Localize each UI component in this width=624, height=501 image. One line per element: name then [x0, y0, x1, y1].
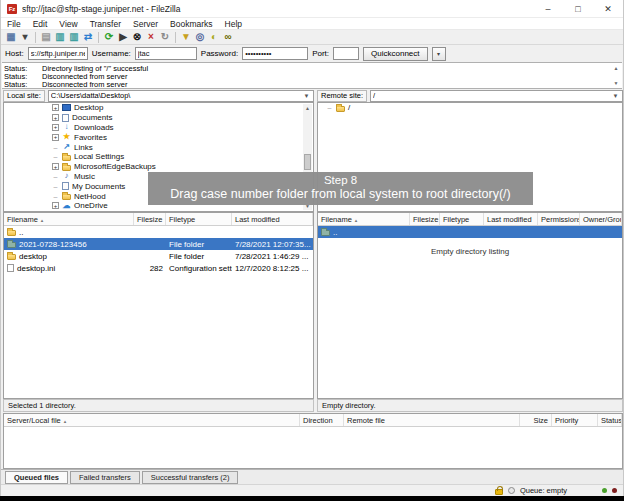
- tree-item-documents[interactable]: Documents: [4, 113, 313, 123]
- toggle-queue-icon[interactable]: ⇄: [81, 31, 95, 44]
- expand-icon[interactable]: [52, 124, 59, 131]
- username-input[interactable]: [135, 47, 197, 60]
- file-row[interactable]: ..: [4, 226, 313, 238]
- tab-successful-transfers-2[interactable]: Successful transfers (2): [142, 471, 239, 484]
- menu-item-view[interactable]: View: [53, 19, 83, 29]
- local-file-list-header: FilenameFilesizeFiletypeLast modified: [4, 213, 313, 226]
- compare-icon[interactable]: ◎: [193, 31, 207, 44]
- tree-item-favorites[interactable]: Favorites: [4, 132, 313, 142]
- tab-queued-files[interactable]: Queued files: [5, 471, 68, 484]
- reconnect-icon[interactable]: ↻: [158, 31, 172, 44]
- menu-item-bookmarks[interactable]: Bookmarks: [164, 19, 219, 29]
- file-name: 2021-0728-123456: [19, 240, 87, 249]
- quickconnect-dropdown-icon[interactable]: ▾: [432, 47, 446, 61]
- column-header-remote-file[interactable]: Remote file: [344, 414, 520, 426]
- column-header-owner-group[interactable]: Owner/Group: [580, 213, 622, 225]
- close-button[interactable]: ✕: [593, 0, 623, 18]
- column-header-size[interactable]: Size: [520, 414, 552, 426]
- folder-icon: [62, 165, 71, 171]
- find-icon[interactable]: ∞: [221, 31, 235, 44]
- scroll-up-icon[interactable]: ▲: [303, 104, 312, 112]
- column-header-filesize[interactable]: Filesize: [410, 213, 440, 225]
- filezilla-icon: Fz: [7, 4, 17, 14]
- disconnect-icon[interactable]: ×: [144, 31, 158, 44]
- tree-item-desktop[interactable]: Desktop: [4, 103, 313, 113]
- tree-item-links[interactable]: Links: [4, 142, 313, 152]
- tree-item-label: Music: [74, 172, 95, 181]
- toggle-remote-tree-icon[interactable]: ▥: [67, 31, 81, 44]
- local-site-combobox[interactable]: C:\Users\datta\Desktop\ ▼: [48, 90, 314, 102]
- tree-guide-icon: [52, 193, 59, 200]
- tree-item-local-settings[interactable]: Local Settings: [4, 152, 313, 162]
- expand-icon[interactable]: [52, 134, 59, 141]
- folder-icon: [62, 194, 71, 200]
- status-bar: Queue: empty: [1, 484, 623, 496]
- tab-failed-transfers[interactable]: Failed transfers: [70, 471, 140, 484]
- sort-ascending-icon: [352, 215, 358, 224]
- expand-icon[interactable]: [52, 104, 59, 111]
- tree-item-downloads[interactable]: Downloads: [4, 123, 313, 133]
- site-manager-icon[interactable]: ▦: [4, 31, 18, 44]
- menu-item-server[interactable]: Server: [127, 19, 164, 29]
- column-header-filesize[interactable]: Filesize: [134, 213, 166, 225]
- process-queue-icon[interactable]: ▶: [116, 31, 130, 44]
- site-manager-dropdown-icon[interactable]: ▾: [18, 31, 32, 44]
- column-header-direction[interactable]: Direction: [300, 414, 344, 426]
- tree-item-microsoftedgebackups[interactable]: MicrosoftEdgeBackups: [4, 162, 313, 172]
- expand-icon[interactable]: [52, 163, 59, 170]
- column-header-status[interactable]: Status: [598, 414, 622, 426]
- tree-item-label: MicrosoftEdgeBackups: [74, 162, 156, 171]
- tree-guide-icon: [326, 104, 333, 111]
- file-row[interactable]: 2021-0728-123456File folder7/28/2021 12:…: [4, 238, 313, 250]
- file-type: File folder: [166, 252, 232, 261]
- toggle-log-icon[interactable]: ▤: [39, 31, 53, 44]
- file-row[interactable]: desktop.ini282Configuration setti...12/7…: [4, 262, 313, 274]
- password-input[interactable]: [242, 47, 308, 60]
- tree-item-label: Desktop: [74, 103, 103, 112]
- chevron-down-icon[interactable]: ▼: [302, 93, 311, 99]
- column-header-filetype[interactable]: Filetype: [440, 213, 484, 225]
- toggle-local-tree-icon[interactable]: ▥: [53, 31, 67, 44]
- maximize-button[interactable]: □: [563, 0, 593, 18]
- tree-guide-icon: [52, 144, 59, 151]
- file-row[interactable]: desktopFile folder7/28/2021 1:46:29 ...: [4, 250, 313, 262]
- scroll-down-icon[interactable]: ▼: [612, 80, 620, 86]
- remote-site-combobox[interactable]: / ▼: [370, 90, 623, 102]
- scrollbar-thumb[interactable]: [304, 154, 311, 170]
- menu-item-edit[interactable]: Edit: [27, 19, 54, 29]
- sync-browse-icon[interactable]: ◐: [207, 31, 221, 44]
- expand-icon[interactable]: [52, 114, 59, 121]
- file-row[interactable]: ..: [318, 226, 622, 238]
- tree-item-[interactable]: /: [318, 103, 622, 113]
- status-log-label: Status:: [4, 80, 42, 89]
- cancel-icon[interactable]: ⊗: [130, 31, 144, 44]
- column-header-filetype[interactable]: Filetype: [166, 213, 232, 225]
- menu-item-file[interactable]: File: [1, 19, 27, 29]
- quickconnect-button[interactable]: Quickconnect: [363, 47, 427, 61]
- sort-ascending-icon: [38, 215, 44, 224]
- column-header-filename[interactable]: Filename: [318, 213, 410, 225]
- file-name: ..: [333, 228, 337, 237]
- chevron-down-icon[interactable]: ▼: [611, 93, 620, 99]
- menu-item-transfer[interactable]: Transfer: [84, 19, 127, 29]
- column-header-last-modified[interactable]: Last modified: [484, 213, 538, 225]
- expand-icon[interactable]: [52, 202, 59, 209]
- filter-icon[interactable]: ▼: [179, 31, 193, 44]
- menu-item-help[interactable]: Help: [219, 19, 248, 29]
- column-header-filename[interactable]: Filename: [4, 213, 134, 225]
- music-icon: [62, 172, 71, 180]
- tree-item-label: Links: [74, 143, 93, 152]
- column-header-last-modified[interactable]: Last modified: [232, 213, 313, 225]
- host-input[interactable]: [28, 47, 88, 60]
- scroll-up-icon[interactable]: ▲: [612, 65, 620, 71]
- minimize-button[interactable]: –: [533, 0, 563, 18]
- local-site-row: Local site: C:\Users\datta\Desktop\ ▼: [3, 89, 314, 102]
- port-input[interactable]: [333, 47, 359, 60]
- column-header-priority[interactable]: Priority: [552, 414, 598, 426]
- desktop-icon: [62, 104, 71, 111]
- column-header-server-local-file[interactable]: Server/Local file: [4, 414, 300, 426]
- file-icon: [7, 264, 14, 272]
- refresh-icon[interactable]: ⟳: [102, 31, 116, 44]
- remote-site-label: Remote site:: [317, 90, 367, 102]
- column-header-permissions[interactable]: Permissions: [538, 213, 580, 225]
